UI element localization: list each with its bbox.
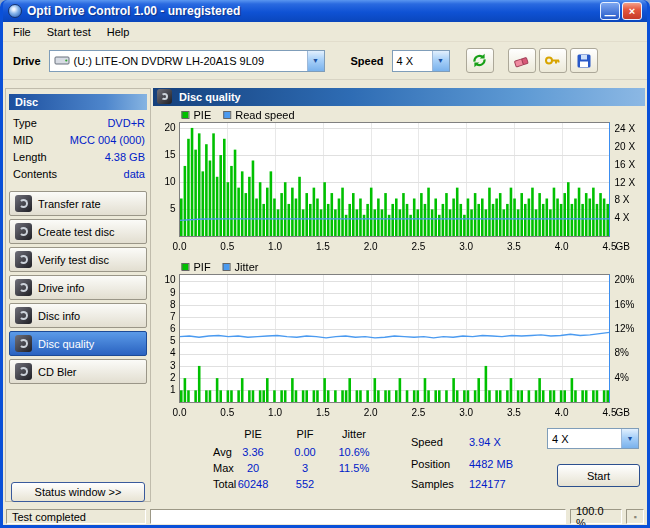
key-icon bbox=[544, 53, 561, 68]
app-icon bbox=[8, 4, 22, 18]
drive-label: Drive bbox=[13, 55, 41, 67]
position-stat-value: 4482 MB bbox=[469, 458, 549, 470]
floppy-disk-icon bbox=[576, 53, 592, 69]
window-title: Opti Drive Control 1.00 - unregistered bbox=[27, 4, 598, 18]
max-pif: 3 bbox=[280, 462, 330, 474]
menu-item-start-test[interactable]: Start test bbox=[39, 24, 99, 40]
stats-panel: PIE PIF Jitter Avg 3.36 0.00 10.6% Max 2… bbox=[153, 424, 646, 502]
toolbar: Drive (U:) LITE-ON DVDRW LH-20A1S 9L09 ▼… bbox=[3, 42, 647, 80]
info-value[interactable]: data bbox=[124, 168, 145, 180]
sidebar-item-label: CD Bler bbox=[38, 366, 77, 378]
info-label: Length bbox=[13, 151, 47, 163]
status-text: Test completed bbox=[6, 509, 146, 524]
info-value: DVD+R bbox=[107, 117, 145, 129]
test-icon bbox=[15, 279, 32, 296]
chevron-down-icon[interactable]: ▼ bbox=[307, 51, 324, 71]
samples-stat-label: Samples bbox=[411, 478, 454, 490]
disc-quality-icon bbox=[157, 89, 172, 104]
total-pif: 552 bbox=[280, 478, 330, 490]
window-body: FileStart testHelp Drive (U:) LITE-ON DV… bbox=[3, 22, 647, 525]
page-title-label: Disc quality bbox=[179, 91, 241, 103]
sidebar-item-disc-info[interactable]: Disc info bbox=[9, 303, 147, 328]
minimize-icon: — bbox=[605, 9, 616, 21]
menu-bar: FileStart testHelp bbox=[3, 22, 647, 42]
drive-select-value: (U:) LITE-ON DVDRW LH-20A1S 9L09 bbox=[74, 55, 265, 67]
stats-col-jitter: Jitter bbox=[325, 428, 383, 440]
sidebar-item-verify-test-disc[interactable]: Verify test disc bbox=[9, 247, 147, 272]
erase-disc-button[interactable] bbox=[508, 48, 536, 73]
info-label: Type bbox=[13, 117, 37, 129]
close-button[interactable]: × bbox=[622, 2, 642, 20]
samples-stat-value: 124177 bbox=[469, 478, 549, 490]
close-icon: × bbox=[629, 5, 635, 17]
start-button[interactable]: Start bbox=[557, 464, 640, 487]
sidebar-item-label: Disc quality bbox=[38, 338, 94, 350]
test-icon bbox=[15, 195, 32, 212]
eraser-icon bbox=[513, 53, 531, 69]
status-window-button[interactable]: Status window >> bbox=[11, 482, 145, 502]
sidebar-item-cd-bler[interactable]: CD Bler bbox=[9, 359, 147, 384]
disc-info-row: Contentsdata bbox=[13, 165, 145, 182]
save-button[interactable] bbox=[570, 48, 598, 73]
speed-label: Speed bbox=[351, 55, 384, 67]
max-pie: 20 bbox=[223, 462, 283, 474]
stats-col-pie: PIE bbox=[223, 428, 283, 440]
speed-stat-value: 3.94 X bbox=[469, 436, 549, 448]
status-bar: Test completed 100.0 % ▪ bbox=[3, 508, 647, 525]
info-label: Contents bbox=[13, 168, 57, 180]
test-icon bbox=[15, 251, 32, 268]
minimize-button[interactable]: — bbox=[600, 2, 620, 20]
test-icon bbox=[15, 307, 32, 324]
test-icon bbox=[15, 335, 32, 352]
sidebar-item-transfer-rate[interactable]: Transfer rate bbox=[9, 191, 147, 216]
drive-icon bbox=[54, 54, 70, 67]
pif-jitter-chart bbox=[153, 260, 646, 424]
speed-select-bottom-value: 4 X bbox=[552, 433, 569, 445]
sidebar-item-label: Disc info bbox=[38, 310, 80, 322]
sidebar-item-create-test-disc[interactable]: Create test disc bbox=[9, 219, 147, 244]
disc-info-row: TypeDVD+R bbox=[13, 114, 145, 131]
test-icon bbox=[15, 223, 32, 240]
info-value: MCC 004 (000) bbox=[70, 134, 145, 146]
menu-item-file[interactable]: File bbox=[5, 24, 39, 40]
avg-pie: 3.36 bbox=[223, 446, 283, 458]
status-icon: ▪ bbox=[626, 509, 644, 524]
avg-pif: 0.00 bbox=[280, 446, 330, 458]
main-panel: Disc quality PIE PIF Jitter Avg 3.36 0.0… bbox=[153, 88, 646, 502]
info-value: 4.38 GB bbox=[105, 151, 145, 163]
disc-info-rows: TypeDVD+RMIDMCC 004 (000)Length4.38 GBCo… bbox=[13, 114, 145, 182]
chevron-down-icon[interactable]: ▼ bbox=[621, 429, 638, 448]
position-stat-label: Position bbox=[411, 458, 450, 470]
sidebar-item-label: Verify test disc bbox=[38, 254, 109, 266]
disc-panel-header: Disc bbox=[9, 94, 147, 110]
sidebar-item-drive-info[interactable]: Drive info bbox=[9, 275, 147, 300]
page-title: Disc quality bbox=[153, 88, 645, 106]
register-button[interactable] bbox=[539, 48, 567, 73]
app-window: Opti Drive Control 1.00 - unregistered —… bbox=[0, 0, 650, 528]
title-bar: Opti Drive Control 1.00 - unregistered —… bbox=[3, 0, 647, 22]
avg-jitter: 10.6% bbox=[325, 446, 383, 458]
sidebar-item-disc-quality[interactable]: Disc quality bbox=[9, 331, 147, 356]
speed-select-value: 4 X bbox=[397, 55, 414, 67]
disc-info-row: MIDMCC 004 (000) bbox=[13, 131, 145, 148]
menu-item-help[interactable]: Help bbox=[99, 24, 138, 40]
speed-select-toolbar[interactable]: 4 X ▼ bbox=[392, 50, 450, 72]
disc-info-row: Length4.38 GB bbox=[13, 148, 145, 165]
test-icon bbox=[15, 363, 32, 380]
sidebar-item-label: Transfer rate bbox=[38, 198, 101, 210]
refresh-icon bbox=[471, 52, 488, 69]
stats-col-pif: PIF bbox=[280, 428, 330, 440]
max-jitter: 11.5% bbox=[325, 462, 383, 474]
sidebar-item-label: Create test disc bbox=[38, 226, 114, 238]
drive-select[interactable]: (U:) LITE-ON DVDRW LH-20A1S 9L09 ▼ bbox=[49, 50, 325, 72]
sidebar-item-label: Drive info bbox=[38, 282, 84, 294]
pie-readspeed-chart bbox=[153, 108, 646, 258]
info-label: MID bbox=[13, 134, 33, 146]
progress-bar bbox=[150, 509, 566, 524]
sidebar: Disc TypeDVD+RMIDMCC 004 (000)Length4.38… bbox=[5, 88, 151, 502]
speed-stat-label: Speed bbox=[411, 436, 443, 448]
refresh-button[interactable] bbox=[466, 48, 494, 73]
total-pie: 60248 bbox=[223, 478, 283, 490]
chevron-down-icon[interactable]: ▼ bbox=[432, 51, 449, 71]
speed-select-bottom[interactable]: 4 X ▼ bbox=[547, 428, 639, 449]
